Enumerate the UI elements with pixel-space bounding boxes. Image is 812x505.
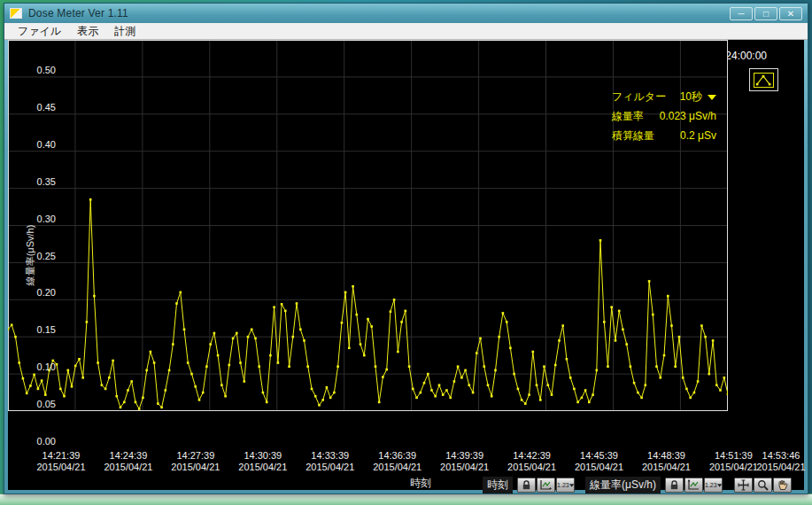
menubar: ファイル 表示 計測 bbox=[4, 23, 808, 40]
app-window: Dose Meter Ver 1.11 ─ □ ✕ ファイル 表示 計測 線量率… bbox=[4, 3, 808, 494]
x-axis-tick-label: 14:24:392015/04/21 bbox=[95, 450, 162, 473]
pan-tool-button[interactable] bbox=[773, 478, 792, 493]
caret-down-icon bbox=[708, 95, 716, 100]
x-scale-label: 時刻 bbox=[483, 477, 513, 493]
close-button[interactable]: ✕ bbox=[779, 7, 802, 20]
info-panel: フィルター 10秒 線量率 0.023 μSv/h 積算線量 0.2 μSv bbox=[612, 87, 716, 145]
desktop: Dose Meter Ver 1.11 ─ □ ✕ ファイル 表示 計測 線量率… bbox=[0, 0, 812, 505]
autoscale-x-icon bbox=[539, 479, 553, 491]
window-title: Dose Meter Ver 1.11 bbox=[28, 7, 128, 19]
cumulative-dose-value: 0.2 μSv bbox=[680, 129, 716, 142]
x-axis-tick-label: 14:21:392015/04/21 bbox=[27, 450, 95, 473]
legend-line-sample-icon bbox=[754, 74, 773, 87]
maximize-button[interactable]: □ bbox=[754, 7, 777, 20]
y-axis-tick-label: 0.00 bbox=[15, 435, 56, 447]
x-axis-tick-label: 14:39:392015/04/21 bbox=[431, 450, 499, 473]
graph-palette-bar: 時刻 bbox=[483, 477, 792, 493]
cumulative-dose-label: 積算線量 bbox=[612, 128, 654, 144]
magnifier-icon bbox=[757, 479, 769, 491]
x-autoscale-button[interactable] bbox=[537, 478, 555, 493]
x-axis-tick-label: 14:33:392015/04/21 bbox=[297, 450, 364, 473]
cursor-tool-button[interactable] bbox=[734, 478, 753, 493]
filter-label: フィルター bbox=[612, 89, 666, 105]
plot-legend-icon[interactable] bbox=[749, 68, 778, 91]
y-axis-tick-label: 0.15 bbox=[15, 323, 56, 336]
zoom-tool-button[interactable] bbox=[754, 478, 772, 493]
x-axis-tick-label: 14:53:462015/04/21 bbox=[747, 450, 812, 473]
menu-view[interactable]: 表示 bbox=[69, 23, 106, 40]
y-axis-tick-label: 0.20 bbox=[15, 286, 56, 299]
caret-down-icon bbox=[569, 483, 574, 488]
y-scale-format-button[interactable]: 1.23 bbox=[704, 478, 723, 493]
lock-icon bbox=[669, 479, 680, 491]
app-icon bbox=[10, 8, 22, 19]
scale-format-icon: 1.23 bbox=[557, 482, 569, 488]
titlebar[interactable]: Dose Meter Ver 1.11 ─ □ ✕ bbox=[4, 4, 808, 23]
hand-icon bbox=[777, 479, 788, 491]
y-axis-title: 線量率(μSv/h) bbox=[24, 225, 37, 286]
filter-value: 10秒 bbox=[680, 90, 702, 103]
crosshair-icon bbox=[738, 479, 749, 491]
scale-format-icon: 1.23 bbox=[705, 482, 717, 488]
minimize-button[interactable]: ─ bbox=[730, 7, 753, 20]
menu-file[interactable]: ファイル bbox=[10, 23, 69, 40]
y-axis-tick-label: 0.35 bbox=[15, 175, 56, 188]
x-axis-tick-label: 14:27:392015/04/21 bbox=[162, 450, 229, 473]
x-scale-format-button[interactable]: 1.23 bbox=[556, 478, 575, 493]
main-content: 線量率モード 計測中 通信エラー 経過時間 00:32:17 / 計測時間 24… bbox=[8, 40, 804, 490]
x-axis-tick-label: 14:45:392015/04/21 bbox=[566, 450, 633, 473]
x-axis-tick-label: 14:30:392015/04/21 bbox=[229, 450, 297, 473]
x-axis-tick-label: 14:48:392015/04/21 bbox=[632, 450, 700, 473]
y-scale-label: 線量率(μSv/h) bbox=[585, 477, 661, 493]
dose-rate-value: 0.023 μSv/h bbox=[660, 110, 716, 122]
caret-down-icon bbox=[717, 483, 722, 488]
y-axis-tick-label: 0.40 bbox=[15, 138, 56, 151]
desktop-bottom-strip bbox=[0, 493, 812, 505]
x-scale-lock-button[interactable] bbox=[517, 478, 536, 493]
lock-icon bbox=[521, 479, 532, 491]
y-axis-tick-label: 0.05 bbox=[15, 398, 56, 410]
y-axis-tick-label: 0.10 bbox=[15, 361, 56, 373]
y-autoscale-button[interactable] bbox=[684, 478, 703, 493]
x-axis-tick-label: 14:42:392015/04/21 bbox=[499, 450, 566, 473]
autoscale-y-icon bbox=[687, 479, 700, 491]
x-axis-title: 時刻 bbox=[387, 476, 454, 491]
y-axis-tick-label: 0.50 bbox=[15, 64, 56, 76]
duration-value: 24:00:00 bbox=[725, 50, 767, 62]
filter-dropdown[interactable]: 10秒 bbox=[680, 89, 716, 105]
x-axis-tick-label: 14:36:392015/04/21 bbox=[364, 450, 431, 473]
menu-measure[interactable]: 計測 bbox=[106, 23, 143, 40]
y-axis-tick-label: 0.30 bbox=[15, 213, 56, 225]
y-scale-lock-button[interactable] bbox=[665, 478, 684, 493]
dose-rate-label: 線量率 bbox=[612, 109, 644, 124]
y-axis-tick-label: 0.45 bbox=[15, 101, 56, 113]
